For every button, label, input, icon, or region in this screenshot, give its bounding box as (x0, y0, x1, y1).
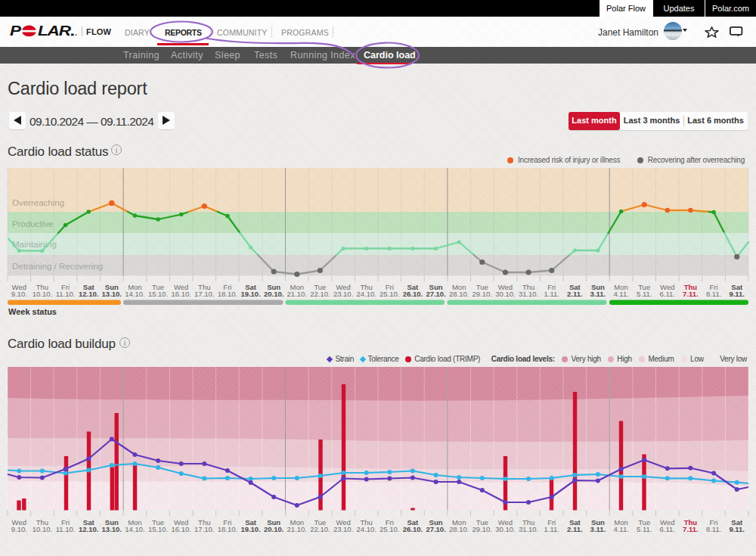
svg-text:3.11.: 3.11. (590, 290, 606, 298)
svg-text:30.10.: 30.10. (495, 525, 515, 533)
svg-text:9.11.: 9.11. (729, 290, 745, 298)
svg-text:Detraining / Recovering: Detraining / Recovering (12, 262, 103, 271)
svg-text:31.10.: 31.10. (519, 525, 538, 533)
svg-text:20.10.: 20.10. (264, 290, 284, 298)
svg-text:17.10.: 17.10. (194, 525, 214, 533)
svg-text:26.10.: 26.10. (403, 525, 423, 533)
svg-text:26.10.: 26.10. (403, 290, 423, 298)
svg-text:23.10.: 23.10. (333, 290, 353, 298)
svg-text:12.10.: 12.10. (79, 290, 98, 298)
svg-text:11.10.: 11.10. (56, 290, 76, 298)
svg-text:29.10.: 29.10. (472, 525, 492, 533)
svg-text:2.11.: 2.11. (567, 525, 583, 533)
svg-text:27.10.: 27.10. (426, 290, 445, 298)
svg-text:9.11.: 9.11. (729, 525, 745, 533)
svg-text:Productive: Productive (12, 219, 53, 228)
svg-text:30.10.: 30.10. (495, 290, 515, 298)
svg-text:21.10.: 21.10. (287, 290, 307, 298)
svg-text:9.10.: 9.10. (11, 290, 27, 298)
svg-text:7.11.: 7.11. (683, 290, 699, 298)
svg-text:8.11.: 8.11. (706, 525, 721, 533)
svg-text:1.11.: 1.11. (544, 525, 559, 533)
svg-text:9.10.: 9.10. (11, 525, 27, 533)
svg-text:22.10.: 22.10. (310, 290, 330, 298)
svg-text:31.10.: 31.10. (519, 290, 538, 298)
svg-text:15.10.: 15.10. (148, 290, 168, 298)
svg-text:24.10.: 24.10. (356, 525, 376, 533)
svg-text:14.10.: 14.10. (125, 290, 144, 298)
svg-text:13.10.: 13.10. (102, 290, 122, 298)
svg-text:Maintaining: Maintaining (12, 240, 57, 249)
svg-text:19.10.: 19.10. (240, 290, 260, 298)
svg-text:16.10.: 16.10. (171, 290, 191, 298)
svg-text:20.10.: 20.10. (264, 525, 284, 533)
svg-text:17.10.: 17.10. (194, 290, 214, 298)
svg-text:15.10.: 15.10. (148, 525, 168, 533)
svg-text:3.11.: 3.11. (590, 525, 606, 533)
svg-text:29.10.: 29.10. (472, 290, 492, 298)
svg-text:25.10.: 25.10. (380, 290, 399, 298)
svg-text:8.11.: 8.11. (706, 290, 721, 298)
svg-text:21.10.: 21.10. (287, 525, 307, 533)
svg-text:5.11.: 5.11. (637, 525, 652, 533)
svg-text:6.11.: 6.11. (660, 290, 675, 298)
svg-text:18.10.: 18.10. (218, 525, 237, 533)
svg-text:23.10.: 23.10. (333, 525, 353, 533)
svg-text:13.10.: 13.10. (102, 525, 122, 533)
svg-text:22.10.: 22.10. (310, 525, 330, 533)
svg-text:4.11.: 4.11. (613, 525, 628, 533)
svg-text:19.10.: 19.10. (240, 525, 260, 533)
svg-text:1.11.: 1.11. (544, 290, 559, 298)
svg-text:11.10.: 11.10. (56, 525, 76, 533)
svg-text:Overreaching: Overreaching (12, 198, 64, 207)
svg-text:25.10.: 25.10. (380, 525, 399, 533)
svg-text:6.11.: 6.11. (660, 525, 675, 533)
svg-text:7.11.: 7.11. (683, 525, 699, 533)
svg-text:10.10.: 10.10. (33, 525, 52, 533)
svg-text:28.10.: 28.10. (449, 290, 469, 298)
svg-text:10.10.: 10.10. (33, 290, 52, 298)
svg-text:4.11.: 4.11. (613, 290, 628, 298)
svg-text:28.10.: 28.10. (449, 525, 469, 533)
svg-text:24.10.: 24.10. (356, 290, 376, 298)
svg-text:27.10.: 27.10. (426, 525, 445, 533)
svg-text:5.11.: 5.11. (637, 290, 652, 298)
svg-text:16.10.: 16.10. (171, 525, 191, 533)
svg-text:12.10.: 12.10. (79, 525, 98, 533)
svg-text:2.11.: 2.11. (567, 290, 583, 298)
svg-text:14.10.: 14.10. (125, 525, 144, 533)
svg-text:18.10.: 18.10. (218, 290, 237, 298)
